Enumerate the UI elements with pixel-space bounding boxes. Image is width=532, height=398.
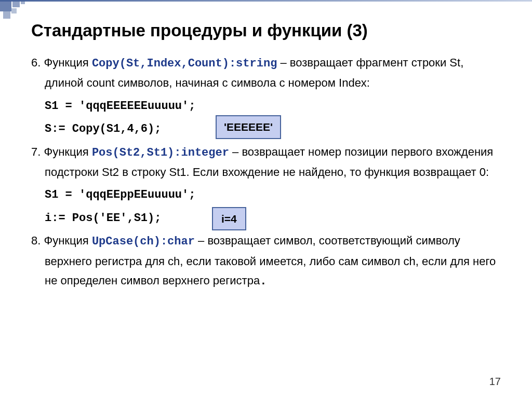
item7-line1: S1 = 'qqqEEppEEuuuuu'; — [45, 188, 195, 201]
item7-result-box: i=4 — [212, 207, 246, 231]
item7-line2: i:= Pos('EE',S1); — [45, 212, 161, 225]
item6-prefix: 6. Функция — [31, 56, 92, 69]
item6-line1: S1 = 'qqqEEEEEEuuuuu'; — [45, 100, 195, 113]
slide-title: Стандартные процедуры и функции (3) — [31, 21, 501, 40]
item8-code: UpCase(ch):char — [92, 235, 195, 248]
item8-period: . — [260, 275, 267, 288]
corner-decoration — [0, 0, 31, 31]
item7-prefix: 7. Функция — [31, 145, 92, 158]
item6-line2: S:= Copy(S1,4,6); — [45, 122, 161, 135]
body-text: 6. Функция Copy(St,Index,Count):string –… — [31, 53, 501, 291]
item-7: 7. Функция Pos(St2,St1):integer – возвра… — [31, 142, 501, 228]
item-8: 8. Функция UpCase(ch):char – возвращает … — [31, 231, 501, 291]
item6-result-box: 'EEEEEE' — [216, 115, 281, 139]
gradient-bar — [0, 0, 532, 2]
item-6: 6. Функция Copy(St,Index,Count):string –… — [31, 53, 501, 139]
item6-code: Copy(St,Index,Count):string — [92, 57, 277, 70]
page-number: 17 — [489, 376, 501, 388]
item7-code: Pos(St2,St1):integer — [92, 146, 229, 159]
slide-content: Стандартные процедуры и функции (3) 6. Ф… — [0, 0, 532, 305]
item8-prefix: 8. Функция — [31, 234, 92, 247]
